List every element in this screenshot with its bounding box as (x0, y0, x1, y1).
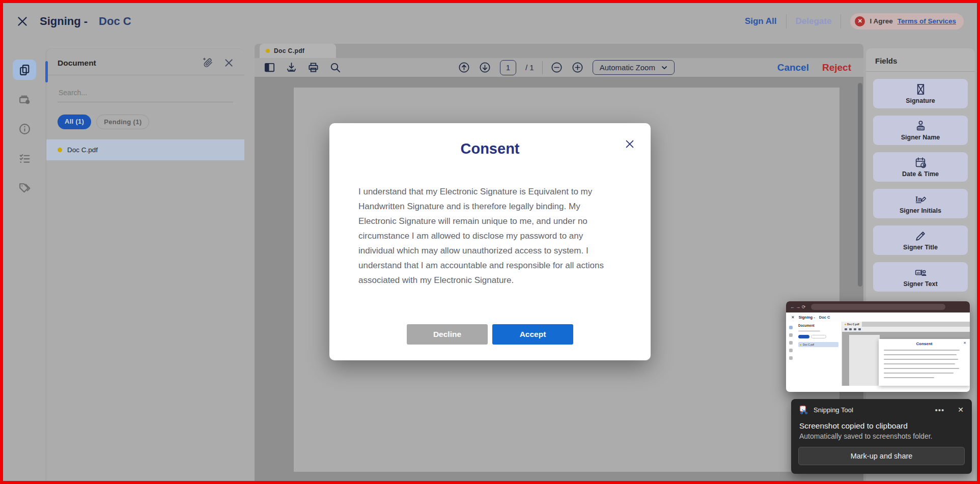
thumbnail-doc-panel: Document Doc C.pdf (795, 322, 842, 386)
thumbnail-panel-title: Document (798, 324, 838, 327)
print-icon[interactable] (307, 62, 319, 73)
info-icon (18, 123, 31, 135)
thumbnail-consent-close: ✕ (963, 341, 966, 345)
toggle-sidebar-icon[interactable] (264, 62, 275, 73)
pending-status-dot (58, 148, 62, 152)
sidebar-item-stamps[interactable] (13, 89, 36, 109)
pending-status-dot (266, 49, 270, 53)
thumbnail-consent-title: Consent (884, 341, 965, 346)
thumbnail-nav-glyphs: ← → ⟳ (790, 305, 806, 309)
tags-icon (18, 182, 31, 194)
accept-button[interactable]: Accept (492, 324, 573, 345)
close-notification-icon[interactable]: ✕ (958, 406, 964, 414)
search-input[interactable] (58, 86, 233, 102)
field-signature[interactable]: Signature (873, 79, 968, 108)
consent-title: Consent (329, 140, 651, 157)
screenshot-thumbnail[interactable]: ← → ⟳ ✕ Signing - Doc C Document Doc C.p… (786, 301, 970, 392)
sidebar-item-info[interactable] (13, 119, 36, 139)
zoom-in-icon[interactable] (572, 62, 583, 73)
field-label: Signer Name (901, 134, 940, 141)
svg-text:ABCD: ABCD (917, 127, 923, 130)
thumbnail-consent-dialog: Consent ✕ (879, 339, 970, 386)
snipping-tool-notification[interactable]: Snipping Tool ••• ✕ Screenshot copied to… (791, 399, 972, 474)
decline-button[interactable]: Decline (407, 324, 488, 345)
svg-text:In: In (915, 195, 922, 203)
consent-text: I understand that my Electronic Signatur… (358, 184, 616, 288)
checklist-icon (18, 152, 31, 165)
zoom-out-icon[interactable] (551, 62, 563, 73)
field-signer-text[interactable]: ab Signer Text (873, 262, 968, 292)
field-label: Signature (906, 97, 935, 104)
tab-label: Doc C.pdf (274, 47, 304, 54)
page-down-icon[interactable] (479, 62, 491, 73)
scrollbar-thumb[interactable] (858, 83, 862, 287)
thumbnail-rail (786, 322, 795, 386)
search-document-icon[interactable] (329, 62, 341, 73)
file-list-item[interactable]: Doc C.pdf (46, 139, 244, 160)
field-label: Signer Title (903, 244, 938, 251)
pdf-toolbar: / 1 Automatic Zoom Cancel (255, 58, 863, 77)
delegate-button[interactable]: Delegate (796, 16, 832, 26)
filter-all[interactable]: All (1) (58, 115, 91, 129)
sidebar-item-checklist[interactable] (13, 148, 36, 168)
thumbnail-browser-chrome: ← → ⟳ (786, 301, 970, 312)
zoom-select-value: Automatic Zoom (600, 63, 655, 72)
notification-title: Screenshot copied to clipboard (791, 414, 972, 431)
thumbnail-body: Document Doc C.pdf Doc C.pdf Consent (786, 322, 970, 386)
field-signer-initials[interactable]: In Signer Initials (873, 189, 968, 218)
field-signer-title[interactable]: Signer Title (873, 225, 968, 255)
signer-name-icon: ABCD (914, 120, 927, 132)
attach-file-icon[interactable] (203, 58, 213, 68)
error-icon: ✕ (855, 16, 865, 26)
notification-subtitle: Automatically saved to screenshots folde… (791, 431, 972, 440)
markup-and-share-button[interactable]: Mark-up and share (798, 447, 965, 465)
tab-doc-c[interactable]: Doc C.pdf (260, 44, 336, 58)
signer-text-icon: ab (914, 266, 927, 279)
field-label: Date & Time (902, 170, 939, 178)
divider (841, 14, 841, 29)
thumbnail-app-topbar: ✕ Signing - Doc C (786, 312, 970, 322)
close-window-icon[interactable] (16, 15, 29, 27)
field-date-time[interactable]: Date & Time (873, 152, 968, 182)
consent-dialog: Consent I understand that my Electronic … (329, 123, 651, 360)
page-up-icon[interactable] (458, 62, 470, 73)
sidebar-item-documents[interactable] (13, 60, 36, 80)
thumbnail-tab-label: Doc C.pdf (847, 323, 859, 326)
divider (866, 71, 975, 72)
documents-icon (18, 64, 31, 76)
divider (786, 14, 787, 29)
thumbnail-pdf-page (849, 335, 880, 386)
zoom-select[interactable]: Automatic Zoom (593, 60, 675, 75)
svg-text:ab: ab (916, 271, 920, 274)
cancel-button[interactable]: Cancel (777, 62, 809, 73)
field-label: Signer Text (903, 280, 937, 288)
chevron-down-icon (661, 65, 667, 71)
signing-app: Signing - Doc C Sign All Delegate ✕ I Ag… (3, 3, 977, 481)
active-section-indicator (45, 61, 48, 82)
topbar: Signing - Doc C Sign All Delegate ✕ I Ag… (3, 3, 977, 39)
document-panel: Document All (1) Pending (1) (46, 48, 244, 481)
page-number-input[interactable] (500, 60, 516, 75)
snipping-tool-icon (799, 405, 808, 414)
page-count: / 1 (525, 63, 534, 72)
thumbnail-doc-name: Doc C (819, 315, 830, 320)
sign-all-button[interactable]: Sign All (745, 16, 777, 26)
reject-button[interactable]: Reject (822, 62, 851, 73)
sidebar-rail (3, 39, 46, 481)
thumbnail-close-glyph: ✕ (791, 315, 795, 320)
filter-pending[interactable]: Pending (1) (96, 115, 149, 129)
page-title: Signing - (40, 15, 88, 28)
close-dialog-icon[interactable] (624, 138, 635, 150)
thumbnail-viewer: Doc C.pdf Consent ✕ (842, 322, 970, 386)
terms-of-services-link[interactable]: Terms of Services (898, 17, 956, 25)
tab-strip: Doc C.pdf (255, 44, 863, 58)
agree-terms-pill[interactable]: ✕ I Agree Terms of Services (850, 13, 964, 30)
download-icon[interactable] (286, 62, 297, 73)
field-signer-name[interactable]: ABCD Signer Name (873, 116, 968, 145)
field-label: Signer Initials (900, 207, 941, 214)
more-options-icon[interactable]: ••• (935, 406, 945, 414)
notification-app-name: Snipping Tool (814, 406, 853, 414)
close-panel-icon[interactable] (223, 58, 234, 68)
date-time-icon (914, 156, 927, 169)
sidebar-item-tags[interactable] (13, 178, 36, 198)
